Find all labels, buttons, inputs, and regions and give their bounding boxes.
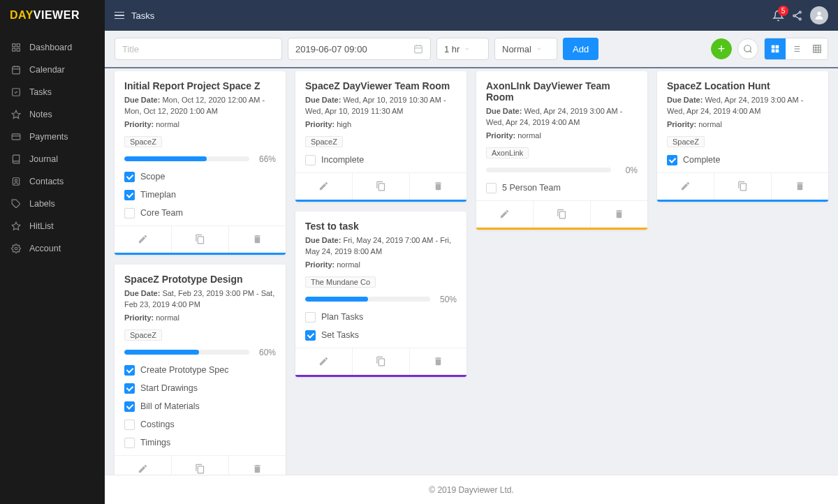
checkbox[interactable]: [124, 190, 135, 200]
nav-label: Payments: [29, 132, 68, 142]
card-title: AxonLInk DayViewer Team Room: [486, 80, 638, 103]
edit-button[interactable]: [295, 173, 352, 200]
subtask-label: Scope: [140, 172, 165, 181]
chevron-down-icon: [536, 45, 543, 52]
card-tag[interactable]: SpaceZ: [667, 136, 705, 147]
sidebar-item-journal[interactable]: Journal: [0, 148, 105, 170]
book-icon: [11, 154, 21, 164]
share-icon[interactable]: [791, 10, 803, 22]
checkbox[interactable]: [305, 330, 316, 341]
svg-rect-4: [13, 66, 20, 74]
svg-rect-29: [776, 45, 779, 49]
delete-button[interactable]: [228, 226, 286, 253]
view-list[interactable]: [786, 38, 807, 59]
sidebar-item-notes[interactable]: Notes: [0, 103, 105, 126]
checkbox[interactable]: [486, 183, 497, 193]
delete-button[interactable]: [590, 201, 647, 228]
card-tag[interactable]: SpaceZ: [305, 136, 343, 147]
card-priority: Priority: high: [305, 119, 457, 131]
subtask-label: Bill of Materials: [140, 401, 200, 411]
edit-button[interactable]: [657, 173, 714, 200]
delete-button[interactable]: [228, 456, 286, 475]
nav-label: Labels: [29, 199, 55, 209]
checkbox[interactable]: [124, 365, 135, 376]
subtask-label: Plan Tasks: [321, 312, 363, 322]
copy-button[interactable]: [352, 348, 409, 375]
sidebar-item-contacts[interactable]: Contacts: [0, 170, 105, 193]
svg-line-20: [795, 16, 800, 19]
checkbox[interactable]: [124, 401, 135, 412]
date-input[interactable]: 2019-06-07 09:00: [288, 38, 431, 60]
checkbox[interactable]: [124, 208, 135, 218]
checkbox[interactable]: [305, 312, 316, 323]
sidebar-item-calendar[interactable]: Calendar: [0, 59, 105, 81]
sidebar-item-account[interactable]: Account: [0, 237, 105, 260]
progress-percent: 0%: [617, 165, 638, 175]
delete-button[interactable]: [409, 348, 466, 375]
board-column: SpaceZ Location HuntDue Date: Wed, Apr 2…: [657, 71, 828, 202]
card-due: Due Date: Sat, Feb 23, 2019 3:00 PM - Sa…: [124, 288, 276, 311]
checkbox[interactable]: [667, 155, 677, 165]
progress-bar: [124, 156, 249, 161]
card-priority: Priority: normal: [486, 131, 638, 142]
delete-button[interactable]: [771, 173, 828, 200]
add-button[interactable]: Add: [563, 38, 598, 60]
delete-button[interactable]: [409, 173, 466, 200]
checkbox[interactable]: [124, 420, 135, 430]
copy-button[interactable]: [352, 173, 409, 200]
nav-label: Account: [29, 244, 61, 253]
duration-select[interactable]: 1 hr: [436, 38, 489, 60]
checkbox[interactable]: [305, 155, 316, 165]
sidebar-item-hitlist[interactable]: HitList: [0, 215, 105, 237]
subtask-label: Core Team: [140, 208, 183, 218]
checkbox[interactable]: [124, 383, 135, 394]
edit-button[interactable]: [115, 456, 171, 475]
subtask-label: Create Prototype Spec: [140, 365, 228, 375]
subtask-row: Timeplan: [124, 190, 276, 200]
svg-point-17: [793, 15, 795, 17]
copy-button[interactable]: [533, 201, 590, 228]
card-priority: Priority: normal: [667, 119, 818, 131]
copy-button[interactable]: [171, 456, 228, 475]
sidebar-item-dashboard[interactable]: Dashboard: [0, 36, 105, 59]
edit-button[interactable]: [115, 226, 171, 253]
card-title: SpaceZ Prototype Design: [124, 274, 276, 285]
sidebar: DAYVIEWER DashboardCalendarTasksNotesPay…: [0, 0, 105, 504]
card-tag[interactable]: SpaceZ: [124, 329, 162, 341]
title-input[interactable]: [115, 38, 282, 60]
edit-button[interactable]: [295, 348, 352, 375]
notifications-button[interactable]: 5: [772, 10, 784, 22]
logo[interactable]: DAYVIEWER: [0, 0, 105, 31]
copy-button[interactable]: [714, 173, 771, 200]
sidebar-item-labels[interactable]: Labels: [0, 193, 105, 215]
card-tag[interactable]: The Mundane Co: [305, 276, 376, 288]
card-title: SpaceZ Location Hunt: [667, 80, 818, 91]
board-column: SpaceZ DayViewer Team RoomDue Date: Wed,…: [295, 71, 466, 377]
copy-button[interactable]: [171, 226, 228, 253]
sidebar-item-tasks[interactable]: Tasks: [0, 81, 105, 103]
card-tag[interactable]: AxonLink: [486, 147, 529, 158]
card-title: SpaceZ DayViewer Team Room: [305, 80, 457, 91]
menu-toggle[interactable]: [115, 12, 124, 20]
priority-select[interactable]: Normal: [494, 38, 557, 60]
edit-button[interactable]: [476, 201, 533, 228]
view-table[interactable]: [807, 38, 828, 59]
checkbox[interactable]: [124, 172, 135, 182]
task-card: SpaceZ DayViewer Team RoomDue Date: Wed,…: [295, 71, 466, 202]
view-card[interactable]: [765, 38, 786, 59]
nav-label: Tasks: [29, 87, 52, 97]
new-button[interactable]: +: [711, 38, 732, 59]
subtask-row: Scope: [124, 172, 276, 182]
view-toggle: [764, 38, 828, 60]
card-priority: Priority: normal: [124, 313, 276, 324]
card-due: Due Date: Mon, Oct 12, 2020 12:00 AM - M…: [124, 95, 276, 117]
card-due: Due Date: Wed, Apr 24, 2019 3:00 AM - We…: [486, 106, 638, 128]
calendar-icon: [11, 65, 21, 75]
sidebar-item-payments[interactable]: Payments: [0, 126, 105, 148]
card-tag[interactable]: SpaceZ: [124, 136, 162, 147]
search-button[interactable]: [737, 38, 758, 59]
avatar[interactable]: [810, 6, 828, 24]
checkbox[interactable]: [124, 438, 135, 448]
board-column: Initial Report Project Space ZDue Date: …: [115, 71, 286, 475]
subtask-row: Plan Tasks: [305, 312, 457, 323]
